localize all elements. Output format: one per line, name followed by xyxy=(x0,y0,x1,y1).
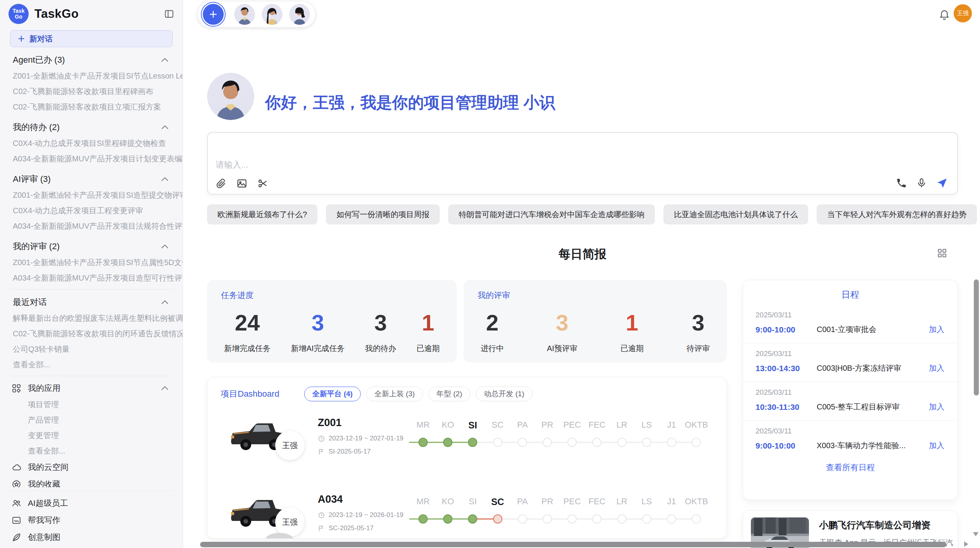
microphone-icon[interactable] xyxy=(916,178,927,188)
milestone-dot xyxy=(493,438,502,447)
sidebar-item-label: 我的云空间 xyxy=(28,462,69,473)
view-all-apps-link[interactable]: 查看全部... xyxy=(0,443,183,459)
agent-avatar-2[interactable] xyxy=(262,4,283,25)
view-all-schedule-link[interactable]: 查看所有日程 xyxy=(743,462,958,473)
dashboard-title: 项目Dashboard xyxy=(221,388,279,400)
sidebar-tool-people[interactable]: AI超级员工 xyxy=(0,495,183,512)
milestone-dot xyxy=(692,438,701,447)
scroll-right-arrow[interactable] xyxy=(964,541,968,547)
sidebar-item[interactable]: A034-全新新能源MUV产品开发项目计划变更表编写 xyxy=(0,151,183,166)
sidebar-app-item[interactable]: 项目管理 xyxy=(0,397,183,412)
chevron-up-icon[interactable] xyxy=(161,58,169,62)
milestone-label: FEC xyxy=(588,420,605,430)
event-date: 2025/03/11 xyxy=(756,349,944,358)
event-date: 2025/03/11 xyxy=(756,427,944,435)
sidebar-section-header[interactable]: AI评审 (3) xyxy=(0,171,183,187)
sidebar-item[interactable]: A034-全新新能源MUV产品开发项目法规符合性评审 xyxy=(0,218,183,234)
chat-input[interactable]: 请输入... xyxy=(207,132,958,195)
sidebar-tool-feather[interactable]: 创意制图 xyxy=(0,529,183,546)
sidebar-item[interactable]: 解释最新出台的欧盟报废车法规再生塑料比例被调至15%... xyxy=(0,310,183,326)
image-icon[interactable] xyxy=(236,178,247,189)
sidebar-section-header[interactable]: 我的评审 (2) xyxy=(0,238,183,255)
suggestion-chip[interactable]: 如何写一份清晰的项目周报 xyxy=(326,204,440,224)
join-link[interactable]: 加入 xyxy=(929,402,944,412)
stat-label: 待评审 xyxy=(687,343,710,354)
schedule-event: 2025/03/119:00-10:00C001-立项审批会加入 xyxy=(743,305,958,343)
sidebar-item[interactable]: C02-飞腾新能源轻客改款项目里程碑画布 xyxy=(0,84,183,99)
chevron-up-icon[interactable] xyxy=(161,244,169,249)
sidebar-item[interactable]: Z001-全新燃油皮卡产品开发项目SI节点Lesson Learn报告 xyxy=(0,68,183,84)
sidebar-item[interactable]: A034-全新新能源MUV产品开发项目造型可行性评审 xyxy=(0,270,183,286)
chevron-up-icon[interactable] xyxy=(161,177,169,182)
sidebar-section-header[interactable]: 我的待办 (2) xyxy=(0,119,183,135)
divider xyxy=(9,491,173,491)
horizontal-scrollbar-thumb[interactable] xyxy=(200,542,946,547)
scissors-icon[interactable] xyxy=(257,178,268,189)
sidebar-item-cloud[interactable]: 我的云空间 xyxy=(0,459,183,476)
suggestion-chip[interactable]: 比亚迪全固态电池计划具体说了什么 xyxy=(663,204,808,224)
milestone-label: PA xyxy=(517,420,528,430)
suggestion-chip[interactable]: 当下年轻人对汽车外观有怎样的喜好趋势 xyxy=(817,204,977,224)
sidebar-section-header[interactable]: 最近对话 xyxy=(0,294,183,310)
sidebar-section-my-apps[interactable]: 我的应用 xyxy=(0,380,183,397)
sidebar-app-item[interactable]: 产品管理 xyxy=(0,412,183,428)
new-chat-button[interactable]: 新对话 xyxy=(10,30,173,47)
sidebar-item[interactable]: C0X4-动力总成开发项目工程变更评审 xyxy=(0,203,183,218)
attachment-icon[interactable] xyxy=(216,178,226,189)
flag-label: SI-2025-05-17 xyxy=(329,448,371,456)
add-agent-button[interactable] xyxy=(203,4,224,25)
stat: 1已逾期 xyxy=(620,309,644,354)
dashboard-filter-chip[interactable]: 动总开发 (1) xyxy=(476,387,533,401)
milestone-dot xyxy=(567,438,577,447)
join-link[interactable]: 加入 xyxy=(929,363,944,373)
vertical-scrollbar-thumb[interactable] xyxy=(974,279,979,396)
project-dashboard-panel: 项目Dashboard 全新平台 (4)全新上装 (3)年型 (2)动总开发 (… xyxy=(207,377,727,539)
milestone-label: PR xyxy=(541,420,553,430)
sidebar-app-item[interactable]: 变更管理 xyxy=(0,428,183,443)
sidebar-item[interactable]: 公司Q3轻卡销量 xyxy=(0,341,183,357)
layout-grid-icon[interactable] xyxy=(937,248,947,258)
event-row: 10:30-11:30C005-整车工程目标评审加入 xyxy=(756,402,944,412)
milestone-dot xyxy=(518,438,527,447)
join-link[interactable]: 加入 xyxy=(929,324,944,335)
sidebar-tool-label: AI超级员工 xyxy=(28,498,68,509)
chevron-up-icon[interactable] xyxy=(161,300,169,305)
stat: 2进行中 xyxy=(481,309,504,354)
event-row: 13:00-14:30C003|H0B-方案冻结评审加入 xyxy=(756,363,944,373)
phone-icon[interactable] xyxy=(896,178,907,188)
send-icon[interactable] xyxy=(936,177,948,189)
chevron-up-icon[interactable] xyxy=(161,386,169,390)
agent-avatar-3[interactable] xyxy=(289,4,310,25)
stat: 3我的待办 xyxy=(365,309,396,354)
suggestion-chip[interactable]: 特朗普可能对进口汽车增税会对中国车企造成哪些影响 xyxy=(448,204,655,224)
view-all-conversations-link[interactable]: 查看全部... xyxy=(0,357,183,372)
sidebar-item[interactable]: Z001-全新燃油轻卡产品开发项目SI节点属性5D文件评审 xyxy=(0,255,183,270)
scroll-down-arrow[interactable] xyxy=(973,532,978,536)
stat-value: 24 xyxy=(235,309,260,336)
notification-bell-icon[interactable] xyxy=(939,8,950,21)
sidebar-collapse-icon[interactable] xyxy=(163,9,175,19)
sidebar-item[interactable]: C02-飞腾新能源轻客改款项目的闭环通告反馈情况 xyxy=(0,326,183,341)
dashboard-filter-chip[interactable]: 全新平台 (4) xyxy=(304,387,361,401)
sidebar-section-header[interactable]: Agent已办 (3) xyxy=(0,52,183,68)
sidebar-item[interactable]: C0X4-动力总成开发项目SI里程碑提交物检查 xyxy=(0,135,183,151)
project-row[interactable]: 王强Z0012023-12-19 ~ 2027-01-19SI-2025-05-… xyxy=(207,411,726,487)
dashboard-filter-chip[interactable]: 年型 (2) xyxy=(428,387,471,401)
milestone-label: SI xyxy=(469,497,477,507)
chevron-up-icon[interactable] xyxy=(161,125,169,130)
user-avatar[interactable]: 王强 xyxy=(954,4,972,22)
divider xyxy=(9,376,173,376)
sidebar-item[interactable]: C02-飞腾新能源轻客改款项目立项汇报方案 xyxy=(0,99,183,115)
milestone-label: J1 xyxy=(667,497,676,507)
agent-avatar-1[interactable] xyxy=(234,4,255,25)
divider xyxy=(9,289,173,289)
section-title: Agent已办 (3) xyxy=(13,54,65,66)
suggestion-chip[interactable]: 欧洲新规最近颁布了什么? xyxy=(207,204,317,224)
project-row[interactable]: 王强A0342023-12-19 ~ 2026-01-19SC-2025-05-… xyxy=(207,487,726,539)
stat-row: 24新增完成任务3新增AI完成任务3我的待办1已逾期 xyxy=(221,309,443,354)
people-icon xyxy=(12,498,21,508)
join-link[interactable]: 加入 xyxy=(929,440,944,451)
dashboard-filter-chip[interactable]: 全新上装 (3) xyxy=(366,387,423,401)
sidebar-tool-write[interactable]: 帮我写作 xyxy=(0,512,183,529)
sidebar-item[interactable]: Z001-全新燃油轻卡产品开发项目SI造型提交物评审 xyxy=(0,187,183,203)
